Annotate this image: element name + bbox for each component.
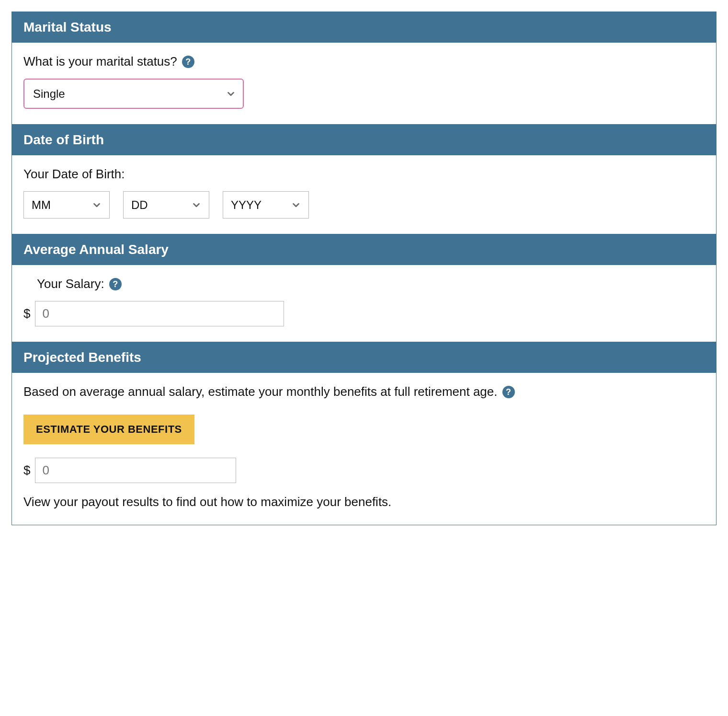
estimate-benefits-button[interactable]: ESTIMATE YOUR BENEFITS xyxy=(23,415,194,444)
help-icon[interactable]: ? xyxy=(182,56,194,68)
benefits-output-row: $ xyxy=(23,458,705,483)
dob-label: Your Date of Birth: xyxy=(23,167,705,182)
dob-month-select[interactable]: MM xyxy=(23,191,110,219)
dob-header: Date of Birth xyxy=(12,125,716,155)
salary-input[interactable] xyxy=(35,301,284,326)
salary-panel: Average Annual Salary Your Salary: ? $ xyxy=(11,234,717,342)
dob-day-select[interactable]: DD xyxy=(123,191,209,219)
benefits-footnote: View your payout results to find out how… xyxy=(23,495,705,509)
dob-selects-row: MM DD YYYY xyxy=(23,191,705,219)
help-icon[interactable]: ? xyxy=(502,386,515,398)
benefits-panel: Projected Benefits Based on average annu… xyxy=(11,342,717,525)
currency-symbol: $ xyxy=(23,463,30,478)
benefits-body: Based on average annual salary, estimate… xyxy=(12,373,716,525)
salary-label-row: Your Salary: ? xyxy=(23,277,705,291)
salary-header: Average Annual Salary xyxy=(12,234,716,265)
dob-year-wrap: YYYY xyxy=(223,191,309,219)
dob-day-wrap: DD xyxy=(123,191,209,219)
benefits-header: Projected Benefits xyxy=(12,342,716,373)
salary-body: Your Salary: ? $ xyxy=(12,265,716,342)
salary-input-row: $ xyxy=(23,301,705,326)
marital-status-question-row: What is your marital status? ? xyxy=(23,54,705,69)
marital-status-select-wrap: Single xyxy=(23,79,244,109)
currency-symbol: $ xyxy=(23,306,30,321)
marital-status-panel: Marital Status What is your marital stat… xyxy=(11,12,717,125)
marital-status-question: What is your marital status? xyxy=(23,54,177,69)
dob-year-select[interactable]: YYYY xyxy=(223,191,309,219)
marital-status-header: Marital Status xyxy=(12,12,716,43)
dob-month-wrap: MM xyxy=(23,191,110,219)
benefits-intro-row: Based on average annual salary, estimate… xyxy=(23,384,705,399)
dob-panel: Date of Birth Your Date of Birth: MM DD … xyxy=(11,125,717,234)
marital-status-select[interactable]: Single xyxy=(23,79,244,109)
salary-label: Your Salary: xyxy=(37,277,104,291)
benefits-intro: Based on average annual salary, estimate… xyxy=(23,384,498,399)
help-icon[interactable]: ? xyxy=(109,278,122,290)
benefits-output-input[interactable] xyxy=(35,458,236,483)
marital-status-body: What is your marital status? ? Single xyxy=(12,43,716,124)
dob-body: Your Date of Birth: MM DD YYYY xyxy=(12,155,716,234)
